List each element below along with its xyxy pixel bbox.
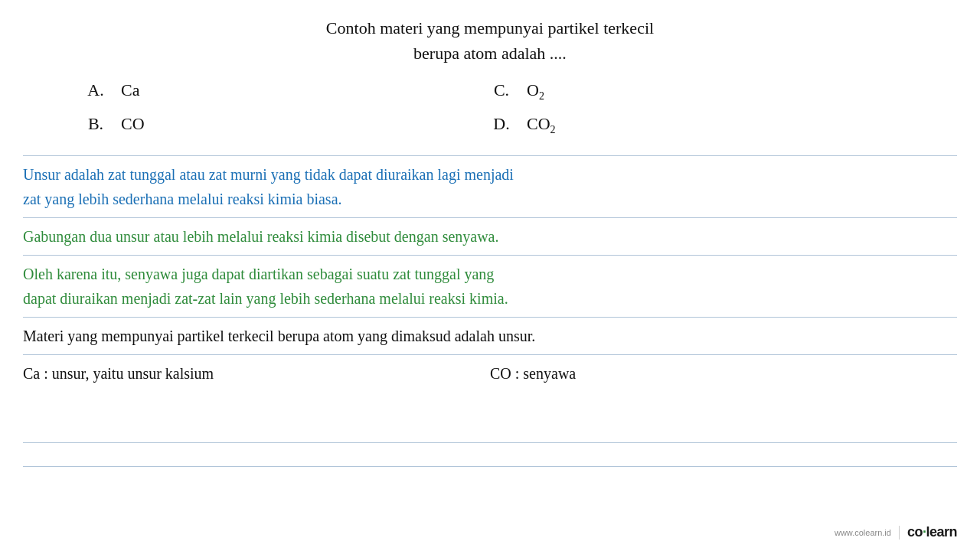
question-text: Contoh materi yang mempunyai partikel te… xyxy=(23,15,957,66)
answers-grid: A. Ca B. CO C. O2 D. CO2 xyxy=(84,73,896,142)
answer-row-b: B. CO xyxy=(84,107,490,141)
bottom-divider-1 xyxy=(23,442,957,443)
co-label: CO : senyawa xyxy=(490,361,957,386)
answer-d-value: CO2 xyxy=(527,107,556,141)
divider-5 xyxy=(23,354,957,355)
answer-a-value: Ca xyxy=(121,73,139,107)
answer-row-c: C. O2 xyxy=(490,73,896,107)
blue-explanation-1: Unsur adalah zat tunggal atau zat murni … xyxy=(23,162,957,211)
page-container: Contoh materi yang mempunyai partikel te… xyxy=(0,0,980,551)
answer-d-subscript: 2 xyxy=(550,125,556,136)
answer-c-label: C. xyxy=(490,73,513,107)
question-block: Contoh materi yang mempunyai partikel te… xyxy=(23,15,957,142)
logo-separator xyxy=(899,526,900,540)
answer-c-subscript: 2 xyxy=(539,90,544,102)
black-explanation-1: Materi yang mempunyai partikel terkecil … xyxy=(23,324,957,348)
ca-label: Ca : unsur, yaitu unsur kalsium xyxy=(23,361,490,386)
divider-1 xyxy=(23,155,957,156)
answers-left: A. Ca B. CO xyxy=(84,73,490,142)
answer-b-value: CO xyxy=(121,107,145,141)
bottom-divider-2 xyxy=(23,466,957,467)
colearn-url: www.colearn.id xyxy=(835,528,891,537)
explanation-block: Unsur adalah zat tunggal atau zat murni … xyxy=(23,162,957,386)
brand-co: co xyxy=(907,524,923,540)
answers-right: C. O2 D. CO2 xyxy=(490,73,896,142)
question-line2: berupa atom adalah .... xyxy=(413,44,567,63)
answer-d-label: D. xyxy=(490,107,513,141)
answer-b-label: B. xyxy=(84,107,107,141)
answer-row-a: A. Ca xyxy=(84,73,490,107)
two-col-row: Ca : unsur, yaitu unsur kalsium CO : sen… xyxy=(23,361,957,386)
brand-learn: learn xyxy=(926,524,957,540)
green-explanation-2: Oleh karena itu, senyawa juga dapat diar… xyxy=(23,262,957,311)
answer-row-d: D. CO2 xyxy=(490,107,896,141)
colearn-brand: co·learn xyxy=(907,524,957,540)
bottom-dividers xyxy=(23,419,957,490)
answer-a-label: A. xyxy=(84,73,107,107)
question-line1: Contoh materi yang mempunyai partikel te… xyxy=(326,18,654,37)
colearn-logo: www.colearn.id co·learn xyxy=(835,524,957,540)
divider-2 xyxy=(23,217,957,218)
divider-3 xyxy=(23,255,957,256)
green-explanation-1: Gabungan dua unsur atau lebih melalui re… xyxy=(23,224,957,249)
divider-4 xyxy=(23,317,957,318)
answer-c-value: O2 xyxy=(527,73,544,107)
